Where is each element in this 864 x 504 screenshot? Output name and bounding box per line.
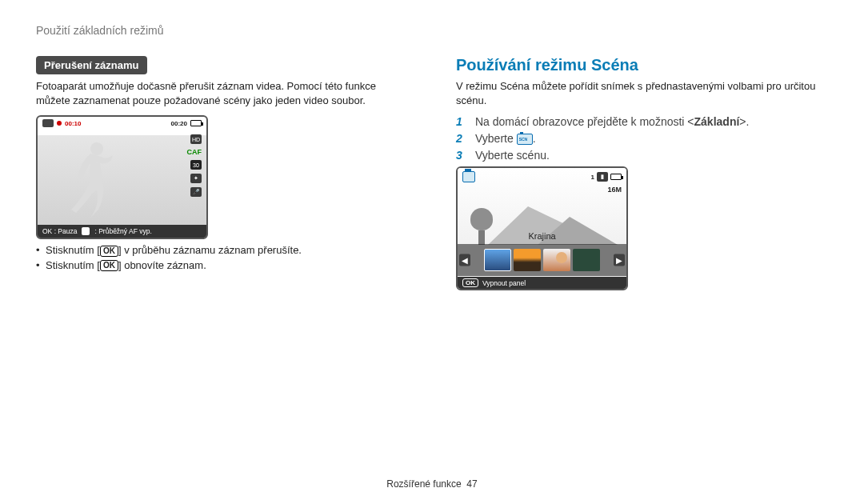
breadcrumb-header: Použití základních režimů — [36, 24, 828, 37]
step-2: 2 Vyberte . — [456, 132, 828, 145]
scene-bottom-text: Vypnout panel — [482, 279, 526, 287]
step-1: 1 Na domácí obrazovce přejděte k možnost… — [456, 115, 828, 128]
ok-button-icon: OK — [100, 246, 118, 257]
step1-bold: Základní — [694, 115, 740, 128]
scn-clap-icon — [462, 171, 475, 182]
bullet-1: Stisknutím [OK] v průběhu záznamu záznam… — [46, 244, 408, 257]
step1-suffix: >. — [739, 115, 749, 128]
scn-mode-icon — [517, 134, 533, 145]
scene-preview: 1 ▮ 16M Krajina ◀ ▶ — [456, 166, 628, 290]
dancer-figure — [66, 138, 122, 222]
scene-count: 1 — [591, 174, 594, 181]
bullet1-prefix: Stisknutím [ — [46, 244, 100, 256]
resolution-label: 16M — [607, 186, 622, 194]
bullet2-prefix: Stisknutím [ — [46, 259, 100, 271]
battery-icon — [610, 174, 622, 180]
instruction-bullets: Stisknutím [OK] v průběhu záznamu záznam… — [36, 244, 408, 271]
scene-thumb-sunset[interactable] — [514, 249, 541, 271]
sd-card-icon: ▮ — [597, 172, 608, 182]
chevron-right-icon[interactable]: ▶ — [614, 254, 625, 266]
fps-icon: 30 — [190, 160, 202, 170]
caf-label: CAF — [187, 148, 202, 156]
step-text: Vyberte . — [475, 132, 828, 145]
svg-point-0 — [90, 142, 103, 155]
rec-time-elapsed: 00:10 — [65, 120, 81, 127]
footer-section: Rozšířené funkce — [386, 478, 461, 490]
step1-prefix: Na domácí obrazovce přejděte k možnosti … — [475, 115, 694, 128]
ok-button-icon: OK — [462, 278, 478, 288]
page-footer: Rozšířené funkce 47 — [0, 478, 864, 490]
rec-bottom-bar: OK : Pauza : Průběžný AF vyp. — [38, 225, 206, 238]
bullet1-suffix: ] v průběhu záznamu záznam přerušíte. — [118, 244, 302, 256]
hd-icon: HD — [190, 134, 202, 144]
section-badge: Přerušení záznamu — [36, 56, 147, 74]
footer-page-number: 47 — [466, 478, 477, 490]
step-3: 3 Vyberte scénu. — [456, 149, 828, 162]
right-intro: V režimu Scéna můžete pořídit snímek s p… — [456, 79, 828, 107]
scene-bottom-bar: OK Vypnout panel — [458, 277, 626, 290]
step-text: Vyberte scénu. — [475, 149, 828, 162]
step2-prefix: Vyberte — [475, 132, 517, 145]
step-number: 3 — [456, 149, 467, 162]
af-icon — [82, 227, 90, 235]
scene-thumb-portrait[interactable] — [543, 249, 570, 271]
camera-icon — [42, 119, 54, 127]
record-dot-icon — [57, 121, 62, 126]
left-paragraph: Fotoaparát umožňuje dočasně přerušit záz… — [36, 79, 408, 107]
stabilize-icon: ✦ — [190, 174, 202, 183]
ok-button-icon: OK — [100, 260, 118, 271]
section-heading: Používání režimu Scéna — [456, 56, 828, 74]
scene-top-bar: 1 ▮ — [462, 171, 622, 182]
numbered-steps: 1 Na domácí obrazovce přejděte k možnost… — [456, 115, 828, 162]
bullet2-suffix: ] obnovíte záznam. — [118, 259, 206, 271]
step-number: 2 — [456, 132, 467, 145]
left-column: Přerušení záznamu Fotoaparát umožňuje do… — [36, 56, 408, 290]
scene-thumbnail-strip: ◀ ▶ — [458, 244, 626, 276]
rec-side-icons: HD CAF 30 ✦ 🎤 — [187, 134, 202, 197]
rec-bottom-ok: OK : Pauza — [42, 227, 77, 235]
scene-thumb-night[interactable] — [573, 249, 600, 271]
step2-suffix: . — [533, 132, 536, 145]
chevron-left-icon[interactable]: ◀ — [459, 254, 470, 266]
step-number: 1 — [456, 115, 467, 128]
mic-off-icon: 🎤 — [190, 187, 202, 197]
step-text: Na domácí obrazovce přejděte k možnosti … — [475, 115, 828, 128]
scene-name-label: Krajina — [458, 231, 626, 241]
recording-preview: 00:10 00:20 HD CAF 30 ✦ 🎤 — [36, 115, 208, 239]
bullet-2: Stisknutím [OK] obnovíte záznam. — [46, 259, 408, 272]
right-column: Používání režimu Scéna V režimu Scéna mů… — [456, 56, 828, 290]
rec-bottom-af: : Průběžný AF vyp. — [94, 227, 151, 235]
battery-icon — [190, 120, 202, 126]
rec-time-remaining: 00:20 — [171, 120, 187, 127]
rec-top-bar: 00:10 00:20 — [42, 119, 202, 127]
scene-thumb-landscape[interactable] — [484, 249, 511, 271]
